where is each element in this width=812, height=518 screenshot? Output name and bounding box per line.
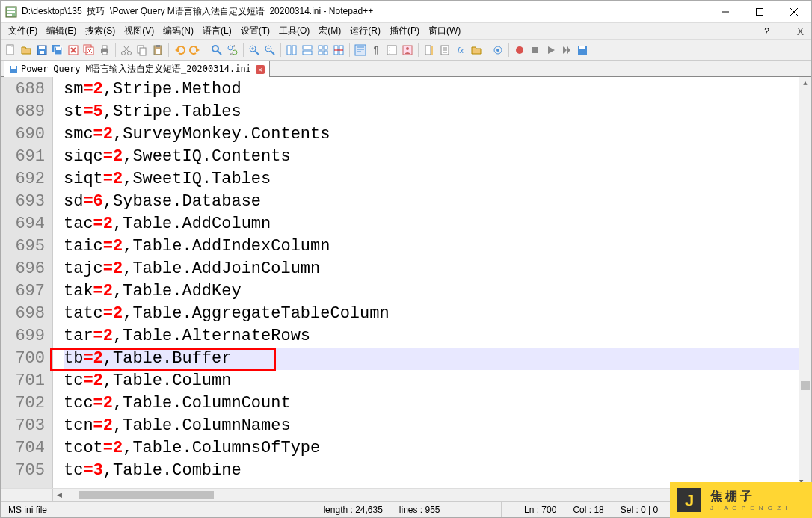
scroll-track[interactable] [799,90,811,475]
line-number-gutter[interactable]: 6886896906916926936946956966976986997007… [1,77,53,488]
menu-settings[interactable]: 设置(T) [236,23,274,39]
svg-point-27 [128,51,132,55]
minimize-button[interactable] [708,1,742,23]
close-tab-icon[interactable]: ✕ [256,65,265,74]
zoom-in-button[interactable] [247,43,261,57]
title-bar[interactable]: D:\desktop\135_技巧_\Power Query M语言输入法自定义… [1,1,811,23]
line-number[interactable]: 694 [7,213,45,235]
menu-search[interactable]: 搜索(S) [81,23,120,39]
file-tab[interactable]: Power Query M语言输入法自定义短语_20200314.ini ✕ [4,61,270,77]
indent-guide-button[interactable] [385,43,399,57]
line-number[interactable]: 695 [7,235,45,258]
doc-list-button[interactable] [438,43,452,57]
menu-close-doc[interactable]: X [797,25,804,37]
func-list-button[interactable]: fx [454,43,467,57]
line-number[interactable]: 688 [7,78,45,101]
line-number[interactable]: 692 [7,168,45,191]
code-line[interactable]: st=5,Stripe.Tables [64,101,799,123]
scroll-up-icon[interactable]: ▲ [799,77,811,90]
code-line[interactable]: tatc=2,Table.AggregateTableColumn [64,303,799,325]
sync-v-button[interactable] [285,43,298,57]
line-number[interactable]: 702 [7,392,45,415]
stop-record-button[interactable] [529,43,542,57]
cut-button[interactable] [120,43,133,57]
menu-plugins[interactable]: 插件(P) [385,23,424,39]
line-number[interactable]: 703 [7,415,45,437]
close-all-button[interactable] [82,43,96,57]
play-button[interactable] [544,43,558,57]
vertical-scrollbar[interactable]: ▲ ▼ [799,77,811,488]
scroll-thumb[interactable] [801,381,810,390]
line-number[interactable]: 701 [7,370,45,392]
menu-language[interactable]: 语言(L) [198,23,236,39]
code-line[interactable]: tak=2,Table.AddKey [64,280,799,303]
menu-file[interactable]: 文件(F) [4,23,42,39]
line-number[interactable]: 700 [7,348,45,370]
new-file-button[interactable] [4,43,17,57]
print-button[interactable] [98,43,111,57]
line-number[interactable]: 697 [7,280,45,303]
close-file-button[interactable] [67,43,80,57]
hscroll-thumb[interactable] [79,491,214,499]
code-line[interactable]: tajc=2,Table.AddJoinColumn [64,258,799,280]
undo-button[interactable] [173,43,186,57]
menu-encoding[interactable]: 编码(N) [159,23,198,39]
close-button[interactable] [777,1,811,23]
sync-line-button[interactable] [332,43,345,57]
save-macro-button[interactable] [576,43,589,57]
menu-help[interactable]: ? [760,25,774,38]
open-file-button[interactable] [19,43,33,57]
code-line[interactable]: tar=2,Table.AlternateRows [64,325,799,348]
code-content[interactable]: sm=2,Stripe.Methodst=5,Stripe.Tablessmc=… [53,77,799,488]
code-line[interactable]: tac=2,Table.AddColumn [64,213,799,235]
save-all-button[interactable] [51,43,64,57]
code-line[interactable]: tc=2,Table.Column [64,370,799,392]
line-number[interactable]: 698 [7,303,45,325]
menu-view[interactable]: 视图(V) [120,23,159,39]
code-line[interactable]: tb=2,Table.Buffer [64,348,799,370]
line-number[interactable]: 699 [7,325,45,348]
doc-map-button[interactable] [422,43,436,57]
menu-macro[interactable]: 宏(M) [314,23,345,39]
menu-edit[interactable]: 编辑(E) [42,23,81,39]
find-button[interactable] [210,43,224,57]
line-number[interactable]: 693 [7,191,45,213]
scroll-left-icon[interactable]: ◀ [53,489,66,501]
line-number[interactable]: 690 [7,123,45,146]
code-line[interactable]: sm=2,Stripe.Method [64,78,799,101]
play-multi-button[interactable] [560,43,573,57]
maximize-button[interactable] [742,1,777,23]
code-line[interactable]: tcc=2,Table.ColumnCount [64,392,799,415]
code-line[interactable]: siqt=2,SweetIQ.Tables [64,168,799,191]
code-line[interactable]: smc=2,SurveyMonkey.Contents [64,123,799,146]
code-line[interactable]: taic=2,Table.AddIndexColumn [64,235,799,258]
copy-button[interactable] [135,43,149,57]
paste-button[interactable] [151,43,164,57]
line-number[interactable]: 705 [7,460,45,482]
menu-tools[interactable]: 工具(O) [274,23,314,39]
menu-run[interactable]: 运行(R) [345,23,385,39]
record-button[interactable] [513,43,526,57]
replace-button[interactable] [226,43,239,57]
menu-window[interactable]: 窗口(W) [424,23,465,39]
line-number[interactable]: 704 [7,437,45,460]
all-chars-button[interactable]: ¶ [369,43,383,57]
lang-user-button[interactable] [401,43,414,57]
code-line[interactable]: tc=3,Table.Combine [64,460,799,482]
zoom-out-button[interactable] [263,43,277,57]
line-number[interactable]: 696 [7,258,45,280]
code-line[interactable]: tcot=2,Table.ColumnsOfType [64,437,799,460]
line-number[interactable]: 689 [7,101,45,123]
word-wrap-button[interactable] [354,43,367,57]
code-line[interactable]: siqc=2,SweetIQ.Contents [64,146,799,168]
code-line[interactable]: sd=6,Sybase.Database [64,191,799,213]
save-button[interactable] [35,43,49,57]
sync-h-button[interactable] [301,43,314,57]
redo-button[interactable] [188,43,202,57]
folder-panel-button[interactable] [470,43,483,57]
status-ln: Ln : 700 [524,505,556,515]
code-line[interactable]: tcn=2,Table.ColumnNames [64,415,799,437]
sync-vh-button[interactable] [316,43,330,57]
line-number[interactable]: 691 [7,146,45,168]
monitor-button[interactable] [491,43,505,57]
